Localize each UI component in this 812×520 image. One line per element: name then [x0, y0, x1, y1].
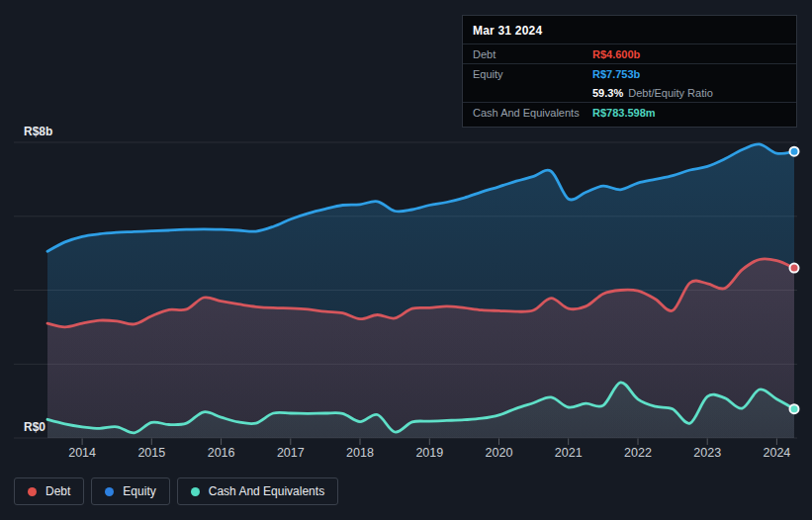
x-tick-label: 2019	[415, 446, 443, 460]
debt-end-dot[interactable]	[790, 264, 799, 273]
tooltip-debt-row: Debt R$4.600b	[463, 43, 796, 63]
legend-item-debt[interactable]: Debt	[14, 477, 84, 505]
legend-item-equity[interactable]: Equity	[91, 477, 169, 505]
x-tick-label: 2016	[208, 446, 235, 460]
equity-dot-icon	[105, 487, 114, 496]
y-axis-label: R$0	[24, 420, 45, 434]
x-tick-label: 2014	[68, 446, 96, 460]
x-tick-label: 2024	[763, 446, 790, 460]
cash-dot-icon	[191, 487, 200, 496]
tooltip-equity-value: R$7.753b	[592, 68, 640, 80]
legend-item-cash[interactable]: Cash And Equivalents	[177, 477, 338, 505]
tooltip-debt-value: R$4.600b	[592, 48, 640, 60]
tooltip-cash-label: Cash And Equivalents	[473, 107, 592, 119]
debt-equity-history-panel: 2014201520162017201820192020202120222023…	[0, 0, 812, 520]
tooltip-ratio-value: 59.3%	[592, 87, 623, 99]
x-tick-label: 2022	[624, 446, 652, 460]
equity-end-dot[interactable]	[790, 147, 799, 156]
tooltip-ratio-label: Debt/Equity Ratio	[628, 87, 713, 99]
tooltip-date: Mar 31 2024	[463, 16, 796, 43]
x-tick-label: 2015	[137, 446, 165, 460]
chart-legend: Debt Equity Cash And Equivalents	[14, 477, 338, 505]
tooltip-debt-label: Debt	[473, 48, 592, 60]
x-tick-label: 2017	[277, 446, 305, 460]
legend-equity-label: Equity	[123, 484, 155, 498]
x-tick-label: 2021	[555, 446, 583, 460]
tooltip-equity-label: Equity	[473, 68, 592, 80]
debt-dot-icon	[28, 487, 37, 496]
tooltip-equity-row: Equity R$7.753b	[463, 63, 796, 83]
x-tick-label: 2020	[486, 446, 513, 460]
cash-and-equivalents-end-dot[interactable]	[790, 404, 799, 413]
legend-debt-label: Debt	[45, 484, 70, 498]
y-axis-label: R$8b	[24, 125, 52, 138]
x-tick-label: 2023	[693, 446, 721, 460]
tooltip-cash-value: R$783.598m	[592, 107, 656, 119]
x-tick-label: 2018	[346, 446, 374, 460]
legend-cash-label: Cash And Equivalents	[209, 484, 324, 498]
tooltip-ratio-row: 59.3%Debt/Equity Ratio	[463, 83, 796, 102]
chart-tooltip: Mar 31 2024 Debt R$4.600b Equity R$7.753…	[462, 15, 797, 128]
tooltip-cash-row: Cash And Equivalents R$783.598m	[463, 102, 796, 122]
